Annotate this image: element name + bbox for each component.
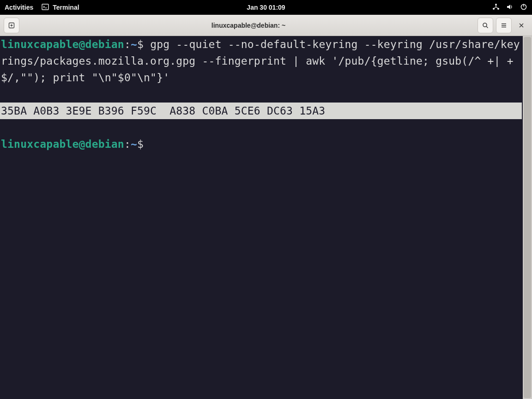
power-icon[interactable]: [520, 3, 527, 12]
prompt-user-host-2: linuxcapable@debian: [1, 138, 124, 150]
svg-rect-0: [42, 4, 48, 10]
terminal-content: linuxcapable@debian:~$ gpg --quiet --no-…: [0, 36, 522, 152]
output-fingerprint-highlighted: 35BA A0B3 3E9E B396 F59C A838 C0BA 5CE6 …: [0, 103, 522, 119]
gnome-top-bar: Activities Terminal Jan 30 01:09: [0, 0, 532, 15]
window-titlebar: linuxcapable@debian: ~: [0, 15, 532, 36]
prompt-colon: :: [124, 38, 131, 50]
output-blank-2: [1, 119, 522, 136]
output-blank-1: [1, 86, 522, 103]
active-app-indicator[interactable]: Terminal: [42, 3, 79, 12]
prompt-user-host: linuxcapable@debian: [1, 38, 124, 50]
terminal-icon: [42, 3, 49, 12]
svg-point-1: [495, 4, 497, 6]
prompt-symbol-2: $: [137, 138, 144, 150]
prompt-symbol: $: [137, 38, 144, 50]
new-tab-button[interactable]: [4, 18, 19, 33]
svg-rect-5: [523, 4, 524, 6]
prompt-colon-2: :: [124, 138, 131, 150]
clock[interactable]: Jan 30 01:09: [247, 4, 285, 11]
activities-button[interactable]: Activities: [5, 4, 33, 11]
command-line-2: linuxcapable@debian:~$: [1, 136, 522, 152]
hamburger-menu-button[interactable]: [496, 18, 512, 33]
active-app-name: Terminal: [53, 4, 79, 11]
terminal-window: linuxcapable@debian: ~ linuxcapable@debi…: [0, 15, 532, 399]
prompt-path: ~: [131, 38, 137, 50]
command-line-1: linuxcapable@debian:~$ gpg --quiet --no-…: [1, 36, 522, 86]
network-icon[interactable]: [492, 3, 500, 12]
volume-icon[interactable]: [506, 3, 514, 12]
terminal-viewport[interactable]: linuxcapable@debian:~$ gpg --quiet --no-…: [0, 36, 532, 399]
search-button[interactable]: [478, 18, 493, 33]
prompt-path-2: ~: [131, 138, 137, 150]
close-button[interactable]: [514, 18, 528, 32]
window-title: linuxcapable@debian: ~: [23, 22, 474, 29]
scrollbar-thumb[interactable]: [524, 37, 531, 398]
svg-point-7: [483, 23, 487, 27]
scrollbar-track[interactable]: [523, 36, 532, 399]
